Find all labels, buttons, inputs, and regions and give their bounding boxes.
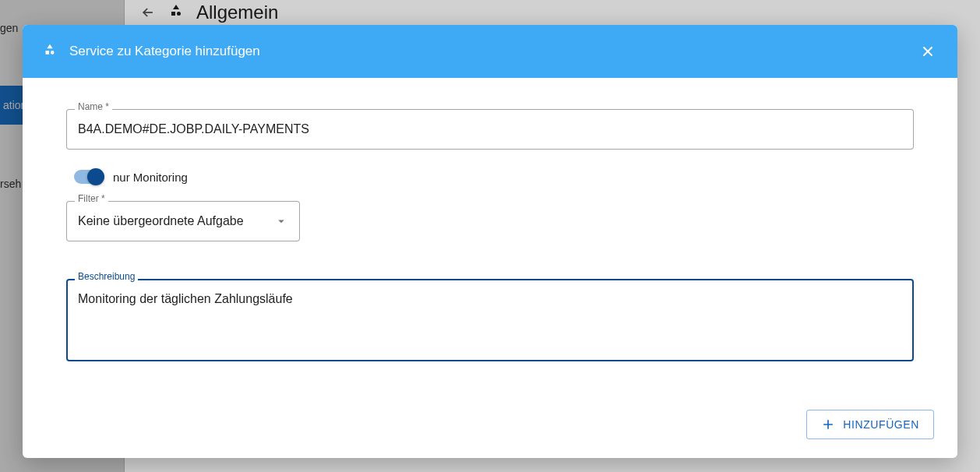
close-icon (920, 44, 936, 59)
description-label: Beschreibung (75, 272, 138, 281)
filter-label: Filter * (75, 194, 108, 203)
dialog-title: Service zu Kategorie hinzufügen (69, 44, 260, 59)
dialog-footer: HINZUFÜGEN (23, 397, 957, 458)
add-service-dialog: Service zu Kategorie hinzufügen Name * (23, 25, 957, 458)
close-button[interactable] (917, 41, 939, 62)
monitoring-toggle-row: nur Monitoring (74, 170, 914, 184)
filter-field: Filter * Keine übergeordnete Aufgabe (66, 201, 300, 241)
monitoring-toggle[interactable] (74, 170, 104, 184)
modal-overlay[interactable]: Service zu Kategorie hinzufügen Name * (0, 0, 980, 472)
chevron-down-icon (274, 214, 288, 228)
dialog-body: Name * nur Monitoring Filter * Keine übe… (23, 78, 957, 397)
name-field: Name * (66, 109, 914, 150)
description-field: Beschreibung (66, 279, 914, 361)
add-button-label: HINZUFÜGEN (843, 418, 919, 431)
filter-selected-value: Keine übergeordnete Aufgabe (78, 214, 244, 228)
description-textarea[interactable] (78, 292, 902, 345)
monitoring-toggle-label: nur Monitoring (113, 171, 188, 184)
filter-select[interactable]: Keine übergeordnete Aufgabe (66, 201, 300, 241)
toggle-thumb (87, 168, 104, 185)
add-button[interactable]: HINZUFÜGEN (806, 410, 934, 439)
name-input[interactable] (78, 122, 902, 136)
name-label: Name * (75, 102, 112, 111)
category-icon (41, 43, 58, 60)
dialog-header: Service zu Kategorie hinzufügen (23, 25, 957, 78)
plus-icon (821, 417, 835, 431)
